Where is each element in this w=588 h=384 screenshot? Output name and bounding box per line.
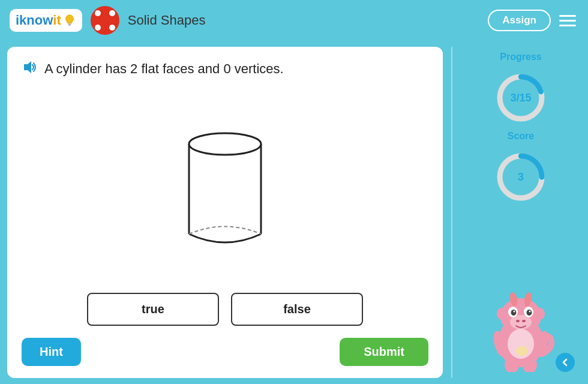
cylinder-image [165,120,285,252]
hint-button[interactable]: Hint [22,338,81,366]
sound-icon[interactable] [22,59,38,79]
lightbulb-icon [63,14,76,27]
progress-label: Progress [500,52,541,62]
left-panel: A cylinder has 2 flat faces and 0 vertic… [7,47,443,378]
header-right: Assign [488,10,578,31]
score-label: Score [508,131,534,142]
logo-text: iknowit [16,13,61,28]
right-panel: Progress 3/15 Score 3 [461,47,581,378]
svg-point-19 [527,310,532,316]
header: iknowit Solid Shapes Assign [0,0,588,41]
svg-rect-0 [68,24,71,25]
back-icon [560,357,571,368]
svg-marker-2 [24,61,31,73]
question-area: A cylinder has 2 flat faces and 0 vertic… [22,59,428,79]
svg-point-6 [189,133,261,155]
svg-point-24 [497,308,506,320]
hamburger-line-3 [559,25,576,26]
progress-value: 3/15 [510,92,531,104]
svg-point-25 [535,308,545,320]
mascot-area [485,216,557,372]
audio-icon [22,59,38,76]
svg-point-32 [560,358,570,367]
svg-rect-3 [189,144,261,234]
progress-donut: 3/15 [494,71,548,125]
svg-point-14 [516,320,520,322]
question-text: A cylinder has 2 flat faces and 0 vertic… [44,61,284,77]
hamburger-button[interactable] [557,13,578,29]
svg-rect-1 [68,25,71,25]
answer-buttons: true false [22,293,428,326]
score-value: 3 [518,171,524,184]
svg-point-15 [522,320,526,322]
svg-point-21 [529,311,531,313]
hamburger-line-1 [559,15,576,17]
true-button[interactable]: true [87,293,219,326]
assign-button[interactable]: Assign [488,10,551,31]
main-container: A cylinder has 2 flat faces and 0 vertic… [0,41,588,384]
hamburger-line-2 [559,20,576,22]
svg-point-18 [511,310,517,316]
false-button[interactable]: false [231,293,363,326]
svg-point-20 [514,311,515,313]
logo: iknowit [10,9,82,32]
subject-title: Solid Shapes [128,13,206,28]
submit-button[interactable]: Submit [340,338,428,366]
cylinder-container [22,89,428,283]
subject-icon [91,6,119,35]
bottom-bar: Hint Submit [22,338,428,366]
nav-back-button[interactable] [556,353,575,372]
mascot-image [485,279,557,372]
svg-point-31 [516,346,528,356]
score-donut: 3 [494,150,548,204]
panel-divider [451,47,452,378]
